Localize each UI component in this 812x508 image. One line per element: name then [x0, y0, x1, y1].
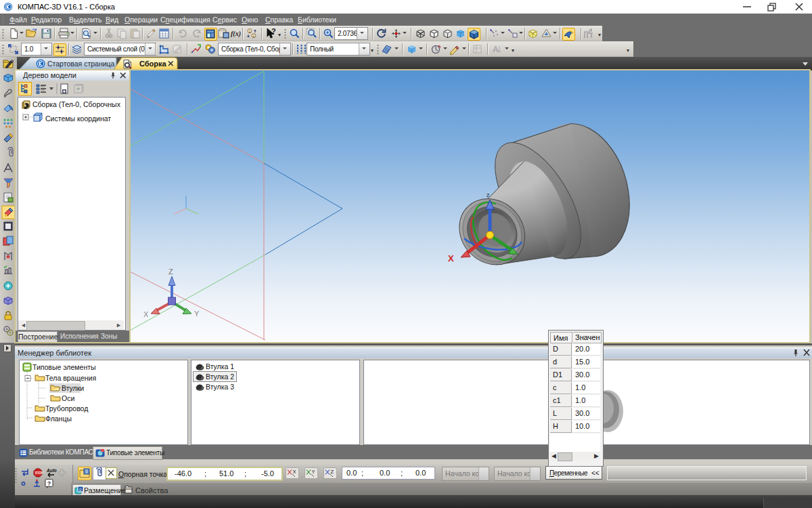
- svg-text:Втулка 3: Втулка 3: [206, 383, 234, 391]
- svg-text:A: A: [493, 45, 499, 54]
- svg-text:Типовые элементы: Типовые элементы: [32, 363, 96, 371]
- svg-text:Auto: Auto: [46, 468, 57, 473]
- svg-text:Сборка: Сборка: [139, 60, 167, 68]
- svg-text:X: X: [293, 469, 296, 475]
- svg-text:Z: Z: [331, 469, 334, 475]
- svg-text:STOP: STOP: [35, 471, 43, 475]
- svg-text:X: X: [143, 310, 149, 318]
- svg-text:Сборка (Тел-0, Сборочных е,: Сборка (Тел-0, Сборочных е,: [32, 100, 121, 108]
- svg-text:Y: Y: [194, 310, 200, 318]
- svg-text:Оси: Оси: [62, 394, 74, 402]
- svg-text:Втулка 2: Втулка 2: [206, 373, 234, 381]
- svg-text:Втулка 1: Втулка 1: [206, 362, 234, 371]
- svg-text:Втулки: Втулки: [62, 384, 84, 392]
- svg-text:X: X: [448, 253, 454, 263]
- svg-text:f(x): f(x): [231, 30, 241, 38]
- svg-text:Трубопровод: Трубопровод: [45, 404, 88, 412]
- svg-text:Стартовая страница: Стартовая страница: [47, 60, 115, 68]
- svg-text:Тела вращения: Тела вращения: [45, 374, 96, 382]
- svg-text:Y: Y: [312, 469, 315, 475]
- svg-text:z: z: [487, 192, 490, 198]
- svg-text:Системы координат: Системы координат: [45, 114, 111, 123]
- svg-text:Фланцы: Фланцы: [45, 415, 72, 423]
- svg-text:?: ?: [271, 28, 276, 35]
- svg-text:?: ?: [47, 480, 51, 487]
- svg-text:Z: Z: [168, 268, 173, 276]
